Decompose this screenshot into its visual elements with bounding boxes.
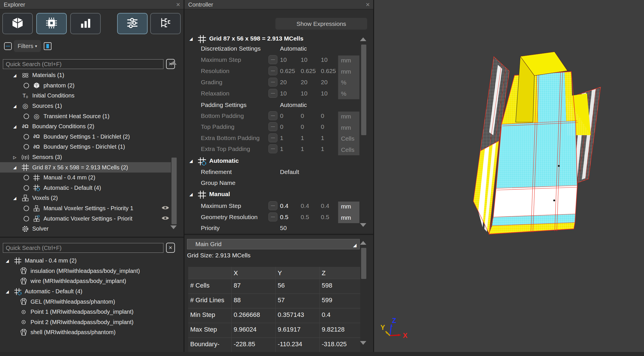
settings-view-button[interactable] [117, 13, 148, 34]
search-input[interactable] [3, 59, 163, 69]
expander-icon[interactable]: ◢ [13, 73, 21, 78]
tree-item-boundary-settings[interactable]: ∂Ω Boundary Settings - Dirichlet (1) [0, 142, 171, 152]
value-y[interactable]: 0 [301, 112, 304, 119]
panel-layout-toggle[interactable] [44, 42, 52, 50]
value-x[interactable]: 0.5 [280, 214, 288, 221]
radio-icon[interactable] [24, 206, 29, 211]
value-x[interactable]: 0 [280, 123, 283, 130]
tree-scroll-up-icon[interactable] [170, 61, 177, 65]
value-y[interactable]: 10 [301, 56, 307, 63]
maingrid-scrollbar[interactable] [361, 248, 366, 279]
tree2-item-automatic[interactable]: ◢ Automatic - Default (4) [0, 286, 171, 297]
tree-item-sources[interactable]: ◢ ◎ Sources (1) [0, 101, 171, 111]
grid-group-header[interactable]: ◢ Grid 87 x 56 x 598 = 2.913 MCells [184, 34, 373, 45]
value-x[interactable]: 1 [280, 146, 283, 152]
value-x[interactable]: 0.4 [280, 202, 288, 209]
tree-item-materials[interactable]: ◢ Materials (1) [0, 70, 171, 81]
hierarchy-view-button[interactable] [150, 13, 181, 34]
filter-tristate-checkbox[interactable]: — [4, 42, 12, 50]
value-z[interactable]: 20 [321, 79, 327, 86]
expander-icon[interactable]: ◢ [13, 124, 21, 129]
expander-icon[interactable]: ◢ [189, 36, 193, 41]
value-z[interactable]: 10 [321, 90, 327, 97]
visibility-eye-icon[interactable] [161, 205, 169, 212]
filters-dropdown[interactable]: Filters ▾ [14, 40, 41, 52]
tree-item-transient-heat-source[interactable]: ◎ Transient Heat Source (1) [0, 111, 171, 121]
tree-scroll-down-icon[interactable] [170, 225, 177, 229]
tree2-item-point2[interactable]: Point 2 (MRIwithleadpass/body_implant) [0, 317, 171, 328]
tree2-item-wire[interactable]: wire (MRIwithleadpass/body_implant) [0, 276, 171, 286]
controller-splitter[interactable] [184, 234, 373, 235]
value-y[interactable]: 0.4 [301, 202, 309, 209]
tree-item-manual-voxeler[interactable]: Manual Voxeler Settings - Priority 1 [0, 203, 171, 214]
panel-divider[interactable] [184, 0, 184, 356]
search-input-2[interactable] [3, 243, 163, 253]
tree-item-voxels[interactable]: ◢ Voxels (2) [0, 193, 171, 203]
value-z[interactable]: 1 [321, 135, 324, 141]
tree-item-boundary-settings-1[interactable]: ∂Ω Boundary Settings 1 - Dirichlet (2) [0, 132, 171, 142]
value-y[interactable]: 20 [301, 79, 307, 86]
tree-item-solver[interactable]: Solver [0, 224, 171, 234]
tree-item-sensors[interactable]: ▷ Sensors (3) [0, 152, 171, 162]
collapse-values-button[interactable]: — [268, 213, 277, 221]
value-x[interactable]: 0.625 [280, 68, 295, 74]
controller-titlebar[interactable]: Controller × [184, 0, 373, 9]
controller-close-icon[interactable]: × [366, 0, 370, 9]
radio-icon[interactable] [24, 185, 29, 191]
search-clear-button-2[interactable]: × [166, 243, 175, 253]
panel-divider[interactable] [373, 0, 374, 356]
model-view-button[interactable] [2, 13, 33, 34]
collapse-values-button[interactable]: — [268, 111, 277, 120]
radio-icon[interactable] [24, 216, 29, 221]
tree-item-grid-manual[interactable]: Manual - 0.4 mm (2) [0, 173, 171, 183]
collapse-values-button[interactable]: — [268, 144, 277, 153]
expander-icon[interactable]: ◢ [189, 158, 193, 164]
radio-icon[interactable] [24, 83, 29, 88]
value-z[interactable]: 0.5 [321, 214, 329, 221]
tree-item-automatic-voxeler[interactable]: Automatic Voxeler Settings - Priorit [0, 213, 171, 224]
value-x[interactable]: 0 [280, 112, 283, 119]
viewport-3d[interactable]: Z X Y [374, 0, 644, 356]
value-x[interactable]: 1 [280, 135, 283, 141]
value-x[interactable]: 20 [280, 79, 287, 86]
value-x[interactable]: 10 [280, 90, 287, 97]
explorer-titlebar[interactable]: Explorer × [0, 0, 184, 9]
tree2-item-manual[interactable]: ◢ Manual - 0.4 mm (2) [0, 256, 171, 266]
controller-scroll-up-icon[interactable] [360, 37, 366, 41]
setting-value[interactable]: Default [280, 169, 299, 175]
explorer-close-icon[interactable]: × [176, 0, 180, 9]
value-z[interactable]: 0.4 [321, 202, 329, 209]
automatic-group-header[interactable]: ◢ Automatic [184, 156, 373, 167]
radio-icon[interactable] [24, 134, 29, 139]
tree2-item-gel[interactable]: GEL (MRIwithleadpass/phantom) [0, 296, 171, 307]
tree-item-boundary-conditions[interactable]: ◢ ∂Ω Boundary Conditions (2) [0, 121, 171, 132]
value-y[interactable]: 0 [301, 123, 304, 130]
value-y[interactable]: 0.625 [301, 68, 316, 74]
collapse-values-button[interactable]: — [268, 89, 277, 98]
manual-group-header[interactable]: ◢ Manual [184, 190, 373, 200]
analysis-view-button[interactable] [70, 13, 101, 34]
controller-scroll-down-icon[interactable] [360, 223, 366, 227]
expander-icon[interactable]: ◢ [189, 192, 193, 197]
tree2-item-point1[interactable]: Point 1 (MRIwithleadpass/body_implant) [0, 307, 171, 317]
expander-icon[interactable]: ▷ [13, 155, 21, 160]
voxel-model-render[interactable] [374, 0, 644, 356]
tree-item-grid-automatic[interactable]: Automatic - Default (4) [0, 183, 171, 193]
setting-value[interactable]: Automatic [280, 45, 307, 52]
value-y[interactable]: 1 [301, 135, 304, 141]
value-z[interactable]: 1 [321, 146, 324, 152]
expander-icon[interactable]: ◢ [13, 196, 21, 200]
radio-icon[interactable] [24, 144, 29, 150]
collapse-values-button[interactable]: — [268, 55, 277, 64]
visibility-eye-icon[interactable] [161, 215, 169, 222]
simulation-view-button[interactable] [36, 13, 67, 34]
value-z[interactable]: 0.625 [321, 68, 336, 74]
collapse-values-button[interactable]: — [268, 78, 277, 87]
unit-column[interactable]: mm mm % % [338, 55, 359, 99]
collapse-values-button[interactable]: — [268, 122, 277, 131]
controller-scrollbar[interactable] [361, 45, 366, 135]
value-x[interactable]: 10 [280, 56, 287, 63]
value-y[interactable]: 1 [301, 146, 304, 152]
tree-item-initial-conditions[interactable]: T₀ Initial Conditions [0, 91, 171, 101]
setting-value[interactable]: Automatic [280, 102, 307, 108]
